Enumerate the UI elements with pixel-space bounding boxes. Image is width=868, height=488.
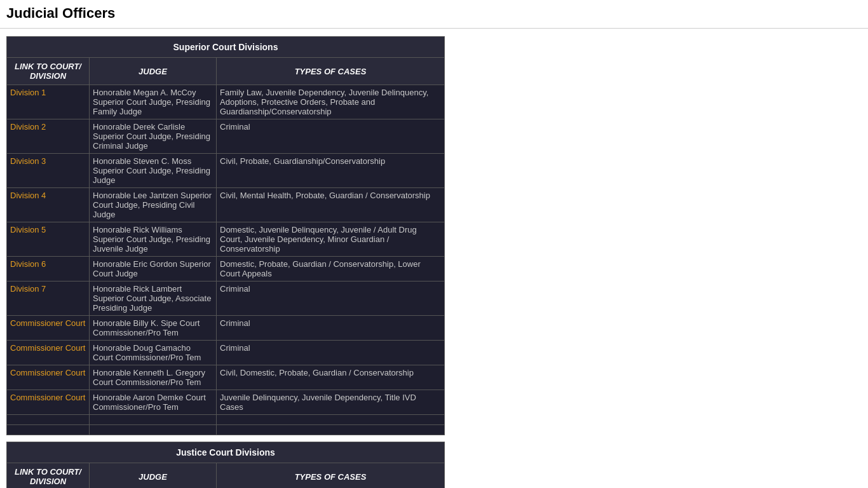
case-types: Criminal — [217, 341, 445, 365]
court-link[interactable]: Commissioner Court — [7, 390, 90, 415]
case-types: Civil, Mental Health, Probate, Guardian … — [217, 188, 445, 222]
court-link[interactable]: Division 4 — [7, 188, 90, 222]
case-types: Criminal — [217, 316, 445, 341]
table-row: Division 6Honorable Eric Gordon Superior… — [7, 257, 445, 281]
table-row: Division 7Honorable Rick Lambert Superio… — [7, 281, 445, 316]
justice-col3-header: TYPES OF CASES — [217, 463, 445, 489]
judge-name: Honorable Billy K. Sipe Court Commission… — [90, 316, 217, 341]
court-link[interactable]: Division 5 — [7, 222, 90, 257]
judge-name: Honorable Eric Gordon Superior Court Jud… — [90, 257, 217, 281]
case-types: Criminal — [217, 281, 445, 316]
judge-name: Honorable Steven C. Moss Superior Court … — [90, 154, 217, 188]
case-types: Juvenile Delinquency, Juvenile Dependenc… — [217, 390, 445, 415]
court-link[interactable]: Division 1 — [7, 85, 90, 119]
empty-row — [7, 415, 445, 425]
table-row: Commissioner CourtHonorable Aaron Demke … — [7, 390, 445, 415]
judge-name: Honorable Kenneth L. Gregory Court Commi… — [90, 365, 217, 390]
judge-name: Honorable Megan A. McCoy Superior Court … — [90, 85, 217, 119]
case-types: Domestic, Juvenile Delinquency, Juvenile… — [217, 222, 445, 257]
case-types: Civil, Probate, Guardianship/Conservator… — [217, 154, 445, 188]
table-row: Division 1Honorable Megan A. McCoy Super… — [7, 85, 445, 119]
superior-col1-header: LINK TO COURT/ DIVISION — [7, 58, 90, 85]
case-types: Criminal — [217, 119, 445, 154]
table-row: Division 3Honorable Steven C. Moss Super… — [7, 154, 445, 188]
court-link[interactable]: Division 6 — [7, 257, 90, 281]
table-row: Division 2Honorable Derek Carlisle Super… — [7, 119, 445, 154]
table-row: Division 5Honorable Rick Williams Superi… — [7, 222, 445, 257]
court-link[interactable]: Commissioner Court — [7, 341, 90, 365]
superior-col3-header: TYPES OF CASES — [217, 58, 445, 85]
superior-court-header: Superior Court Divisions — [7, 37, 445, 58]
judge-name: Honorable Rick Lambert Superior Court Ju… — [90, 281, 217, 316]
justice-court-table: Justice Court Divisions LINK TO COURT/ D… — [6, 442, 445, 488]
justice-court-header: Justice Court Divisions — [7, 442, 445, 463]
court-link[interactable]: Division 3 — [7, 154, 90, 188]
case-types: Domestic, Probate, Guardian / Conservato… — [217, 257, 445, 281]
main-content: Superior Court Divisions LINK TO COURT/ … — [0, 34, 451, 488]
judge-name: Honorable Derek Carlisle Superior Court … — [90, 119, 217, 154]
justice-col1-header: LINK TO COURT/ DIVISION — [7, 463, 90, 489]
judge-name: Honorable Lee Jantzen Superior Court Jud… — [90, 188, 217, 222]
table-row: Commissioner CourtHonorable Billy K. Sip… — [7, 316, 445, 341]
table-row: Division 4Honorable Lee Jantzen Superior… — [7, 188, 445, 222]
court-link[interactable]: Commissioner Court — [7, 316, 90, 341]
justice-col2-header: JUDGE — [90, 463, 217, 489]
court-link[interactable]: Division 7 — [7, 281, 90, 316]
judge-name: Honorable Aaron Demke Court Commissioner… — [90, 390, 217, 415]
table-row: Commissioner CourtHonorable Doug Camacho… — [7, 341, 445, 365]
case-types: Family Law, Juvenile Dependency, Juvenil… — [217, 85, 445, 119]
superior-col2-header: JUDGE — [90, 58, 217, 85]
court-link[interactable]: Division 2 — [7, 119, 90, 154]
court-link[interactable]: Commissioner Court — [7, 365, 90, 390]
page-title: Judicial Officers — [0, 0, 868, 29]
case-types: Civil, Domestic, Probate, Guardian / Con… — [217, 365, 445, 390]
table-row: Commissioner CourtHonorable Kenneth L. G… — [7, 365, 445, 390]
empty-row — [7, 425, 445, 435]
judge-name: Honorable Doug Camacho Court Commissione… — [90, 341, 217, 365]
judge-name: Honorable Rick Williams Superior Court J… — [90, 222, 217, 257]
superior-court-table: Superior Court Divisions LINK TO COURT/ … — [6, 36, 445, 435]
